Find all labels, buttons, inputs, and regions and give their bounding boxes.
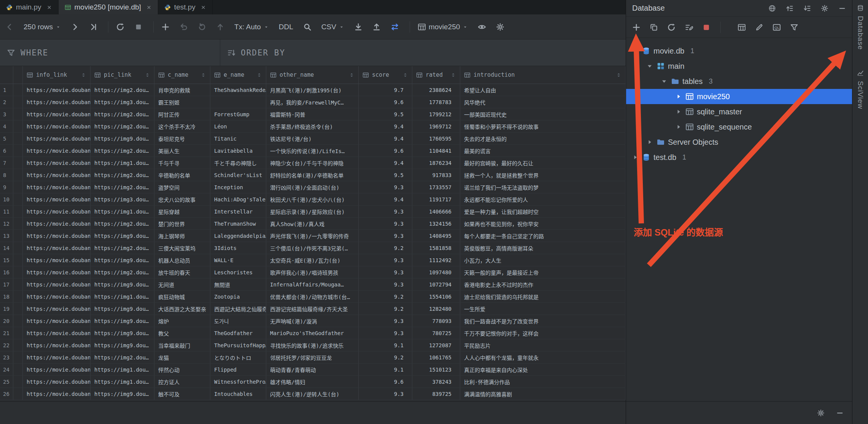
cell-rated[interactable]: 1282480 xyxy=(412,303,460,315)
cell-e_name[interactable]: ThePursuitofHapp… xyxy=(210,339,266,351)
cell-c_name[interactable]: 这个杀手不太冷 xyxy=(154,120,210,132)
cell-pic_link[interactable]: https://img9.dou… xyxy=(91,327,154,339)
cell-other_name[interactable]: 无声呐喊(港)/漩涡 xyxy=(266,315,359,327)
cell-c_name[interactable]: 盗梦空间 xyxy=(154,181,210,193)
cell-info_link[interactable]: https://movie.douban… xyxy=(23,364,91,375)
cell-e_name[interactable]: Leschoristes xyxy=(210,266,266,278)
row-number[interactable]: 1 xyxy=(0,84,13,96)
chevron-right-icon[interactable] xyxy=(675,93,682,100)
row-number[interactable]: 4 xyxy=(0,120,13,132)
cell-info_link[interactable]: https://movie.douban… xyxy=(23,181,91,193)
cell-c_name[interactable]: 触不可及 xyxy=(154,388,210,400)
chevron-down-icon[interactable] xyxy=(646,62,653,70)
cell-info_link[interactable]: https://movie.douban… xyxy=(23,351,91,363)
cell-c_name[interactable]: 泰坦尼克号 xyxy=(154,133,210,144)
cell-score[interactable]: 9.3 xyxy=(359,266,412,278)
export-data-button[interactable] xyxy=(354,23,362,31)
cell-other_name[interactable]: 一个快乐的传说(港)/LifeIs… xyxy=(266,145,359,157)
cell-rated[interactable]: 780725 xyxy=(412,327,460,339)
cell-other_name[interactable]: 星际启示录(港)/星际效应(台) xyxy=(266,206,359,217)
column-header-introduction[interactable]: introduction xyxy=(460,66,626,84)
column-header-c_name[interactable]: c_name xyxy=(154,66,210,84)
cell-pic_link[interactable]: https://img2.dou… xyxy=(91,181,154,193)
cell-other_name[interactable]: 太空奇兵·威E(港)/瓦力(台) xyxy=(266,254,359,266)
cell-other_name[interactable]: 杀手莱昂/终极追杀令(台) xyxy=(266,120,359,132)
cell-rated[interactable]: 1581858 xyxy=(412,242,460,254)
cell-introduction[interactable]: 拯救一个人，就是拯救整个世界 xyxy=(460,169,626,181)
cell-pic_link[interactable]: https://img9.dou… xyxy=(91,315,154,327)
row-number[interactable]: 11 xyxy=(0,206,13,217)
cell-pic_link[interactable]: https://img2.dou… xyxy=(91,218,154,229)
cell-rated[interactable]: 1112492 xyxy=(412,254,460,266)
find-button[interactable] xyxy=(303,23,312,31)
cell-info_link[interactable]: https://movie.douban… xyxy=(23,84,91,96)
cell-rated[interactable]: 1272087 xyxy=(412,339,460,351)
cell-info_link[interactable]: https://movie.douban… xyxy=(23,315,91,327)
cell-c_name[interactable]: 忠犬八公的故事 xyxy=(154,193,210,205)
cell-info_link[interactable]: https://movie.douban… xyxy=(23,327,91,339)
cell-info_link[interactable]: https://movie.douban… xyxy=(23,254,91,266)
cell-c_name[interactable]: 三傻大闹宝莱坞 xyxy=(154,242,210,254)
row-number[interactable]: 2 xyxy=(0,96,13,108)
sync-icon[interactable] xyxy=(667,23,676,32)
cell-pic_link[interactable]: https://img2.dou… xyxy=(91,84,154,96)
cell-introduction[interactable]: 小瓦力，大人生 xyxy=(460,254,626,266)
chevron-right-icon[interactable] xyxy=(675,123,682,131)
row-number[interactable]: 14 xyxy=(0,242,13,254)
tree-item-test-db[interactable]: test.db1 xyxy=(626,150,852,165)
cell-e_name[interactable]: Schindler'sList xyxy=(210,169,266,181)
cell-c_name[interactable]: 教父 xyxy=(154,327,210,339)
cell-score[interactable]: 9.3 xyxy=(359,278,412,290)
row-number[interactable]: 5 xyxy=(0,133,13,144)
cell-e_name[interactable]: 千と千尋の神隠し xyxy=(210,157,266,169)
cell-e_name[interactable]: Interstellar xyxy=(210,206,266,217)
row-number[interactable]: 6 xyxy=(0,145,13,157)
tab-movie250-movie-db[interactable]: movie250 [movie.db] xyxy=(59,0,158,14)
row-number[interactable]: 22 xyxy=(0,339,13,351)
sort-arrows-icon[interactable] xyxy=(616,72,622,78)
row-number[interactable]: 18 xyxy=(0,291,13,302)
reload-data-button[interactable] xyxy=(116,23,124,31)
cell-introduction[interactable]: 真正的幸福是来自内心深处 xyxy=(460,364,626,375)
cell-introduction[interactable]: 英俊版憨豆，高情商版谢耳朵 xyxy=(460,242,626,254)
cell-c_name[interactable]: 星际穿越 xyxy=(154,206,210,217)
cell-e_name[interactable]: Flipped xyxy=(210,364,266,375)
cell-rated[interactable]: 2388624 xyxy=(412,84,460,96)
cell-pic_link[interactable]: https://img2.dou… xyxy=(91,108,154,120)
cell-score[interactable]: 9.3 xyxy=(359,218,412,229)
cell-pic_link[interactable]: https://img3.dou… xyxy=(91,193,154,205)
cell-rated[interactable]: 1733557 xyxy=(412,181,460,193)
cell-e_name[interactable]: Titanic xyxy=(210,133,266,144)
undo-button[interactable] xyxy=(180,23,188,31)
cell-pic_link[interactable]: https://img1.dou… xyxy=(91,157,154,169)
cell-score[interactable]: 9.2 xyxy=(359,291,412,302)
revert-button[interactable] xyxy=(198,23,206,31)
cell-pic_link[interactable]: https://img1.dou… xyxy=(91,206,154,217)
sort-arrows-icon[interactable] xyxy=(349,72,355,78)
cell-introduction[interactable]: 千万不要记恨你的对手，这样会 xyxy=(460,327,626,339)
cell-introduction[interactable]: 失去的才是永恒的 xyxy=(460,133,626,144)
cell-other_name[interactable]: 歌声伴我心(港)/唱诗班男孩 xyxy=(266,266,359,278)
cell-e_name[interactable]: TheGodfather xyxy=(210,327,266,339)
cell-score[interactable]: 9.3 xyxy=(359,181,412,193)
cell-pic_link[interactable]: https://img1.dou… xyxy=(91,364,154,375)
cell-rated[interactable]: 1876234 xyxy=(412,157,460,169)
cell-c_name[interactable]: 霸王别姬 xyxy=(154,96,210,108)
page-size-selector[interactable]: 250 rows xyxy=(24,23,61,31)
row-number[interactable]: 21 xyxy=(0,327,13,339)
cell-info_link[interactable]: https://movie.douban… xyxy=(23,206,91,217)
stop-button[interactable] xyxy=(134,23,143,31)
add-row-button[interactable] xyxy=(161,23,170,31)
tree-item-sqlite-master[interactable]: sqlite_master xyxy=(626,104,852,119)
cell-pic_link[interactable]: https://img9.dou… xyxy=(91,388,154,400)
cell-introduction[interactable]: 人人心中都有个龙猫，童年就永 xyxy=(460,351,626,363)
column-header-other_name[interactable]: other_name xyxy=(266,66,359,84)
cell-introduction[interactable]: 最好的宫崎骏，最好的久石让 xyxy=(460,157,626,169)
cell-pic_link[interactable]: https://img2.dou… xyxy=(91,120,154,132)
cell-score[interactable]: 9.3 xyxy=(359,388,412,400)
cell-score[interactable]: 9.2 xyxy=(359,303,412,315)
cell-pic_link[interactable]: https://img2.dou… xyxy=(91,242,154,254)
cell-introduction[interactable]: 永远都不能忘记你所爱的人 xyxy=(460,193,626,205)
cell-introduction[interactable]: 香港电影史上永不过时的杰作 xyxy=(460,278,626,290)
cell-rated[interactable]: 1097480 xyxy=(412,266,460,278)
